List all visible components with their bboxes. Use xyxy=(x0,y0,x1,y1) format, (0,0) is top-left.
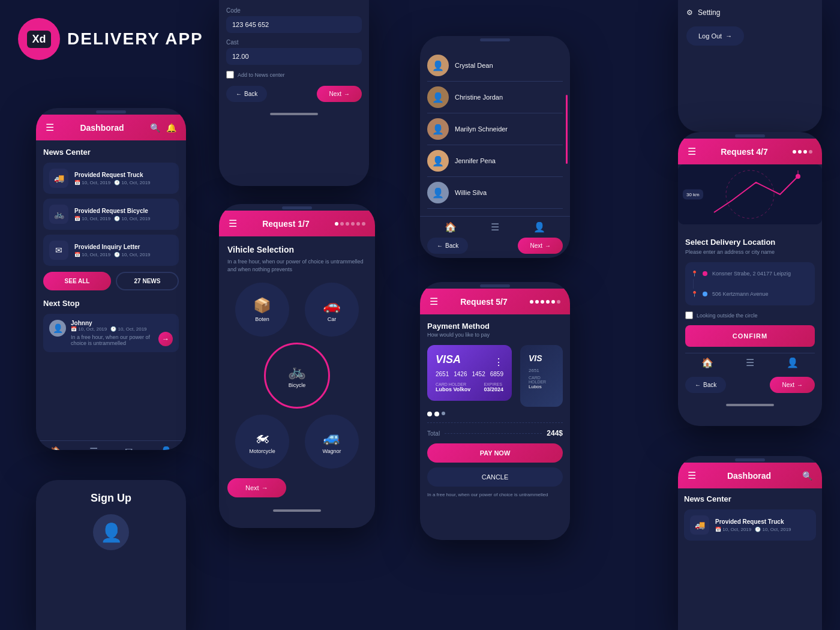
vehicle-selection-title: Vihicle Selection xyxy=(227,245,367,254)
notification-icon[interactable]: 🔔 xyxy=(166,123,176,133)
contact-next-button[interactable]: Next → xyxy=(518,238,563,254)
logout-button[interactable]: Log Out → xyxy=(686,26,744,46)
mail-nav-icon[interactable]: ✉ xyxy=(125,446,133,450)
dot2 xyxy=(340,222,344,226)
news-action-buttons: SEE ALL 27 NEWS xyxy=(43,272,179,290)
see-all-button[interactable]: SEE ALL xyxy=(43,272,111,290)
pay-now-button[interactable]: PAY NOW xyxy=(427,443,563,463)
phone-vehicle-selection: ☰ Request 1/7 Vihicle Selection In a fre… xyxy=(219,204,375,528)
list-nav-icon[interactable]: ☰ xyxy=(89,446,98,450)
list-nav-7[interactable]: ☰ xyxy=(746,357,754,368)
card-num-2: 1426 xyxy=(454,371,467,377)
d-dot4 xyxy=(809,150,812,154)
contact-willie-silva[interactable]: 👤 Willie Silva xyxy=(427,177,563,209)
visa-card[interactable]: VISA ⋮ 2651 1426 1452 6859 CARD HOLDER L… xyxy=(427,345,512,401)
hamburger-icon[interactable]: ☰ xyxy=(46,122,54,133)
avatar-marilyn: 👤 xyxy=(427,118,449,140)
signup-avatar: 👤 xyxy=(93,514,129,550)
stop-date1: 📅 10, Oct, 2019 xyxy=(71,326,107,332)
payment-subtitle: How would you like to pay xyxy=(427,332,563,338)
vehicle-wagnor[interactable]: 🚙 Wagnor xyxy=(305,415,359,469)
outside-circle-checkbox[interactable] xyxy=(685,311,693,319)
news-title-3: Provided Inquiry Letter xyxy=(74,244,151,250)
hamburger-icon-9[interactable]: ☰ xyxy=(688,470,696,481)
contact-marilyn-schneider[interactable]: 👤 Marilyn Schneider xyxy=(427,113,563,145)
card-num-3: 1452 xyxy=(472,371,485,377)
vehicle-next-button[interactable]: Next → xyxy=(227,478,286,497)
card-menu-icon[interactable]: ⋮ xyxy=(494,356,503,368)
hamburger-icon-7[interactable]: ☰ xyxy=(688,146,696,157)
next-stop-card: 👤 Johnny 📅 10, Oct, 2019 🕐 10, Oct, 2019… xyxy=(43,314,179,352)
setting-label: Setting xyxy=(698,8,720,17)
cost-input[interactable] xyxy=(226,48,362,65)
phone9-notch xyxy=(735,458,765,461)
vehicle-motorcycle[interactable]: 🏍 Motorcycle xyxy=(235,415,289,469)
news-title-mini: Provided Request Truck xyxy=(715,518,791,525)
add-news-checkbox[interactable] xyxy=(226,71,234,79)
map-area: 30 km xyxy=(678,164,822,224)
visa-logo: VISA xyxy=(436,353,461,366)
contact-crystal-dean[interactable]: 👤 Crystal Dean xyxy=(427,50,563,82)
back-button[interactable]: ← Back xyxy=(226,86,267,102)
dot3 xyxy=(346,222,349,226)
next-stop-arrow-button[interactable]: → xyxy=(158,332,173,346)
phone1-header: ☰ Dashborad 🔍 🔔 xyxy=(36,115,186,140)
phone5-title: Request 1/7 xyxy=(237,219,335,229)
phone9-header: ☰ Dashborad 🔍 xyxy=(678,463,822,488)
cancel-button[interactable]: CANCLE xyxy=(427,467,563,487)
phone-payment: ☰ Request 5/7 Payment Method How would y… xyxy=(420,282,570,540)
delivery-location-title: Select Delivery Location xyxy=(685,238,815,247)
contact-name-jennifer: Jennifer Pena xyxy=(455,157,496,164)
card-num-4: 6859 xyxy=(490,371,503,377)
route-box: 📍 Konsner Strabe, 2 04177 Leipzig 📍 506 … xyxy=(685,262,815,305)
person-nav-7[interactable]: 👤 xyxy=(787,357,799,368)
card-indicator-dots xyxy=(427,412,563,416)
news-date2-1: 🕐 10, Oct, 2019 xyxy=(114,180,150,185)
contact-christine-jordan[interactable]: 👤 Christine Jordan xyxy=(427,82,563,113)
search-icon[interactable]: 🔍 xyxy=(150,123,160,133)
vehicle-boten[interactable]: 📦 Boten xyxy=(235,283,289,337)
contact-jennifer-pena[interactable]: 👤 Jennifer Pena xyxy=(427,145,563,177)
outside-circle-checkbox-row: Looking outside the circle xyxy=(685,311,815,319)
profile-nav-icon[interactable]: 👤 xyxy=(160,446,172,450)
home-nav-icon[interactable]: 🏠 xyxy=(50,446,62,450)
news-count-button[interactable]: 27 NEWS xyxy=(116,272,179,290)
confirm-button[interactable]: CONFIRM xyxy=(685,325,815,347)
vehicle-row-2: 🚲 Bicycle xyxy=(227,343,367,409)
home-icon-3[interactable]: 🏠 xyxy=(445,221,457,233)
vehicle-car[interactable]: 🚗 Car xyxy=(305,283,359,337)
contact-name-marilyn: Marilyn Schneider xyxy=(455,125,508,133)
settings-row: ⚙ Setting xyxy=(686,8,814,17)
delivery-next-button[interactable]: Next → xyxy=(770,377,815,393)
phone6-title: Request 5/7 xyxy=(438,297,530,307)
km-value: 30 km xyxy=(686,192,700,197)
dot6 xyxy=(362,222,365,226)
next-button[interactable]: Next → xyxy=(317,86,362,102)
phone-delivery-location: ☰ Request 4/7 30 km Select Delivery Loca… xyxy=(678,132,822,426)
search-icon-9[interactable]: 🔍 xyxy=(802,471,812,481)
news-date2-2: 🕐 10, Oct, 2019 xyxy=(114,216,150,221)
phone7-title: Request 4/7 xyxy=(696,147,793,157)
card-dot1 xyxy=(427,412,432,416)
code-input[interactable] xyxy=(226,16,362,33)
phone7-bottom-nav: 🏠 ☰ 👤 xyxy=(685,353,815,372)
phone5-header: ☰ Request 1/7 xyxy=(219,211,375,236)
phone2-home-bar xyxy=(270,113,318,115)
list-icon-3[interactable]: ☰ xyxy=(491,221,499,233)
vehicle-bicycle[interactable]: 🚲 Bicycle xyxy=(264,343,330,409)
logo-circle: Xd xyxy=(18,18,60,60)
route-from: 📍 Konsner Strabe, 2 04177 Leipzig xyxy=(691,268,809,279)
hamburger-icon-5[interactable]: ☰ xyxy=(229,218,237,229)
card-holder-label-2: CARD HOLDER xyxy=(529,376,554,384)
phone7-home-bar xyxy=(726,404,774,406)
pay-dot2 xyxy=(535,300,539,304)
contact-back-button[interactable]: ← Back xyxy=(427,238,468,254)
hamburger-icon-6[interactable]: ☰ xyxy=(430,296,438,307)
delivery-back-button[interactable]: ← Back xyxy=(685,377,726,393)
news-info-2: Provided Request Bicycle 📅 10, Oct, 2019… xyxy=(74,208,151,221)
visa-card-second[interactable]: VIS 2651 CARD HOLDER Lubos xyxy=(520,345,563,407)
home-nav-7[interactable]: 🏠 xyxy=(701,357,713,368)
stop-date2: 🕐 10, Oct, 2019 xyxy=(110,326,146,332)
d-dot1 xyxy=(793,150,796,154)
person-icon-3[interactable]: 👤 xyxy=(533,221,545,233)
